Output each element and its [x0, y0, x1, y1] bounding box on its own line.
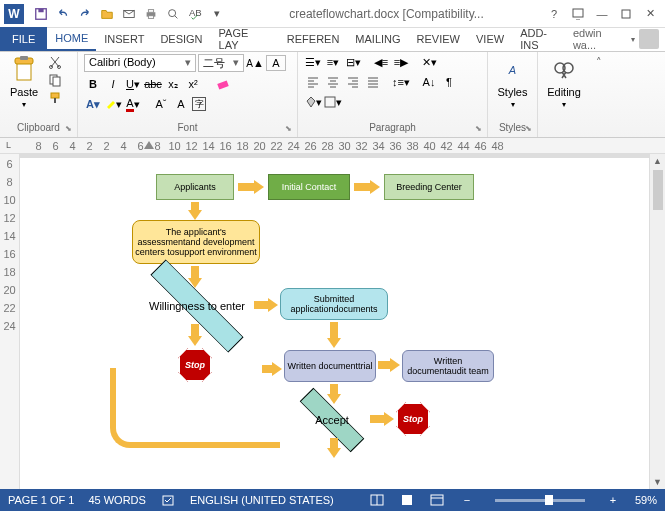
scroll-up-button[interactable]: ▲: [651, 154, 665, 168]
fc-written-audit[interactable]: Written documentaudit team: [402, 350, 494, 382]
multilevel-button[interactable]: ⊟▾: [344, 54, 362, 70]
paste-button[interactable]: Paste ▾: [6, 54, 42, 111]
fc-arrow[interactable]: [238, 180, 264, 194]
read-mode-button[interactable]: [369, 492, 385, 508]
collapse-ribbon-button[interactable]: ˄: [596, 56, 602, 69]
clipboard-expand[interactable]: ⬊: [65, 124, 75, 134]
mailings-tab[interactable]: MAILING: [347, 27, 408, 51]
ribbon-options-button[interactable]: [567, 5, 589, 23]
indent-marker[interactable]: [144, 141, 154, 149]
fc-arrow[interactable]: [327, 384, 341, 404]
clear-formatting-button[interactable]: [214, 76, 232, 92]
fc-applicants[interactable]: Applicants: [156, 174, 234, 200]
italic-button[interactable]: I: [104, 76, 122, 92]
close-button[interactable]: ✕: [639, 5, 661, 23]
fc-breeding[interactable]: Breeding Center: [384, 174, 474, 200]
web-layout-button[interactable]: [429, 492, 445, 508]
font-family-select[interactable]: Calibri (Body): [84, 54, 196, 72]
shading-button[interactable]: ▾: [304, 94, 322, 110]
fc-arrow[interactable]: [188, 324, 202, 346]
spelling-button[interactable]: ABC: [186, 5, 204, 23]
references-tab[interactable]: REFEREN: [279, 27, 348, 51]
line-spacing-button[interactable]: ↕≡▾: [392, 74, 410, 90]
zoom-slider[interactable]: [495, 499, 585, 502]
quickprint-button[interactable]: [142, 5, 160, 23]
fc-initial[interactable]: Initial Contact: [268, 174, 350, 200]
word-count[interactable]: 45 WORDS: [88, 494, 145, 506]
align-right-button[interactable]: [344, 74, 362, 90]
show-marks-button[interactable]: ¶: [440, 74, 458, 90]
character-border-button[interactable]: 字: [192, 97, 206, 111]
qat-customize-button[interactable]: ▾: [208, 5, 226, 23]
font-expand[interactable]: ⬊: [285, 124, 295, 134]
change-case-button[interactable]: A: [266, 55, 286, 71]
scroll-down-button[interactable]: ▼: [651, 475, 665, 489]
font-color-button[interactable]: A▾: [124, 96, 142, 112]
user-name[interactable]: edwin wa...: [573, 27, 627, 51]
fc-accept[interactable]: Accept: [296, 404, 368, 436]
cut-button[interactable]: [46, 54, 64, 70]
highlight-button[interactable]: ▾: [104, 96, 122, 112]
file-tab[interactable]: FILE: [0, 27, 47, 51]
copy-button[interactable]: [46, 72, 64, 88]
numbering-button[interactable]: ≡▾: [324, 54, 342, 70]
addins-tab[interactable]: ADD-INS: [512, 27, 573, 51]
sort-button[interactable]: A↓: [420, 74, 438, 90]
review-tab[interactable]: REVIEW: [409, 27, 468, 51]
asian-layout-button[interactable]: ✕▾: [420, 54, 438, 70]
fc-arrow[interactable]: [327, 438, 341, 458]
fc-written-trial[interactable]: Written documenttrial: [284, 350, 376, 382]
fc-arrow[interactable]: [262, 362, 282, 376]
text-effects-button[interactable]: A▾: [84, 96, 102, 112]
home-tab[interactable]: HOME: [47, 27, 96, 51]
email-button[interactable]: [120, 5, 138, 23]
pagelayout-tab[interactable]: PAGE LAY: [211, 27, 279, 51]
horizontal-ruler[interactable]: L 86422468101214161820222426283032343638…: [0, 138, 665, 154]
printpreview-button[interactable]: [164, 5, 182, 23]
enclose-char-button[interactable]: A: [172, 96, 190, 112]
align-left-button[interactable]: [304, 74, 322, 90]
proofing-icon[interactable]: [160, 492, 176, 508]
strikethrough-button[interactable]: abc: [144, 76, 162, 92]
scroll-thumb[interactable]: [653, 170, 663, 210]
grow-font-button[interactable]: A▲: [246, 55, 264, 71]
design-tab[interactable]: DESIGN: [152, 27, 210, 51]
document-canvas[interactable]: Applicants Initial Contact Breeding Cent…: [20, 158, 649, 489]
zoom-in-button[interactable]: +: [605, 492, 621, 508]
styles-expand[interactable]: ⬊: [525, 124, 535, 134]
styles-button[interactable]: A Styles ▾: [494, 54, 531, 111]
paragraph-expand[interactable]: ⬊: [475, 124, 485, 134]
subscript-button[interactable]: x₂: [164, 76, 182, 92]
minimize-button[interactable]: —: [591, 5, 613, 23]
font-size-select[interactable]: 二号: [198, 54, 244, 72]
underline-button[interactable]: U▾: [124, 76, 142, 92]
fc-assessment[interactable]: The applicant's assessmentand developmen…: [132, 220, 260, 264]
justify-button[interactable]: [364, 74, 382, 90]
redo-button[interactable]: [76, 5, 94, 23]
fc-elbow-arrow[interactable]: [110, 368, 280, 448]
vertical-ruler[interactable]: 681012141618202224: [0, 154, 20, 489]
zoom-level[interactable]: 59%: [635, 494, 657, 506]
increase-indent-button[interactable]: ≡▶: [392, 54, 410, 70]
print-layout-button[interactable]: [399, 492, 415, 508]
bold-button[interactable]: B: [84, 76, 102, 92]
fc-arrow[interactable]: [327, 322, 341, 348]
superscript-button[interactable]: x²: [184, 76, 202, 92]
align-center-button[interactable]: [324, 74, 342, 90]
fc-submitted[interactable]: Submitted applicationdocuments: [280, 288, 388, 320]
fc-arrow[interactable]: [188, 202, 202, 220]
open-button[interactable]: [98, 5, 116, 23]
zoom-out-button[interactable]: −: [459, 492, 475, 508]
fc-arrow[interactable]: [354, 180, 380, 194]
fc-stop[interactable]: Stop: [396, 402, 430, 436]
decrease-indent-button[interactable]: ◀≡: [372, 54, 390, 70]
maximize-button[interactable]: [615, 5, 637, 23]
shrink-font-button[interactable]: Aˇ: [152, 96, 170, 112]
bullets-button[interactable]: ☰▾: [304, 54, 322, 70]
fc-arrow[interactable]: [378, 358, 400, 372]
page-status[interactable]: PAGE 1 OF 1: [8, 494, 74, 506]
fc-arrow[interactable]: [254, 298, 278, 312]
vertical-scrollbar[interactable]: ▲ ▼: [649, 154, 665, 489]
borders-button[interactable]: ▾: [324, 94, 342, 110]
format-painter-button[interactable]: [46, 90, 64, 106]
